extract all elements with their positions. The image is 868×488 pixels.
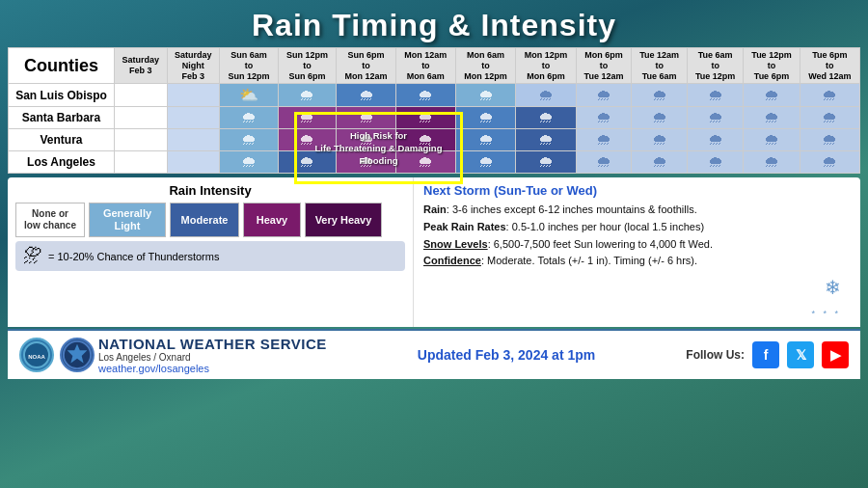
cell: 🌧: [800, 129, 859, 151]
col-mon-6a: Mon 6amtoMon 12pm: [455, 48, 515, 84]
county-slo: San Luis Obispo: [9, 84, 115, 107]
peak-text: : 0.5-1.0 inches per hour (local 1.5 inc…: [506, 221, 704, 232]
col-tue-12p: Tue 12pmtoTue 6pm: [744, 48, 800, 84]
col-sun-6a: Sun 6amtoSun 12pm: [220, 48, 279, 84]
bottom-section: Rain Intensity None orlow chance General…: [8, 177, 860, 326]
cell: 🌧: [220, 107, 279, 129]
cell: 🌧: [688, 107, 744, 129]
cell: 🌧: [576, 107, 632, 129]
conf-text: : Moderate. Totals (+/- 1 in). Timing (+…: [481, 255, 697, 266]
page-title: Rain Timing & Intensity: [0, 8, 868, 43]
cell: 🌧: [455, 107, 515, 129]
cell: 🌧: [337, 129, 396, 151]
thunder-text: = 10-20% Chance of Thunderstorms: [48, 251, 219, 262]
county-la: Los Angeles: [9, 151, 115, 174]
cell: 🌧: [337, 151, 396, 174]
cell: [115, 84, 168, 107]
footer-nws-text: NATIONAL WEATHER SERVICE Los Angeles / O…: [98, 336, 327, 374]
cell: 🌧: [576, 84, 632, 107]
cell: 🌧: [220, 151, 279, 174]
cell: 🌧: [516, 129, 576, 151]
conf-label: Confidence: [423, 255, 481, 266]
cell: 🌧: [516, 151, 576, 174]
cell: ⛅: [220, 84, 279, 107]
cell: 🌧: [688, 151, 744, 174]
cell: [115, 129, 168, 151]
counties-header: Counties: [9, 48, 115, 84]
col-sun-6p: Sun 6pmtoMon 12am: [337, 48, 396, 84]
cell: 🌧: [455, 129, 515, 151]
footer-logos: NOAA: [19, 338, 95, 372]
cell: 🌧: [337, 84, 396, 107]
legend-very-heavy: Very Heavy: [305, 203, 382, 237]
cell: 🌧: [576, 151, 632, 174]
legend-row: None orlow chance GenerallyLight Moderat…: [15, 203, 405, 237]
next-storm-title: Next Storm (Sun-Tue or Wed): [423, 183, 851, 198]
thunder-note: ⛈ = 10-20% Chance of Thunderstorms: [15, 241, 405, 271]
cell: 🌧: [744, 84, 800, 107]
county-sb: Santa Barbara: [9, 107, 115, 129]
cell: 🌧: [632, 151, 688, 174]
footer: NOAA NATIONAL WEATHER SERVICE Los Angele…: [8, 329, 860, 379]
col-sun-12p: Sun 12pmtoSun 6pm: [278, 48, 337, 84]
legend-heavy: Heavy: [243, 203, 301, 237]
info-area: Next Storm (Sun-Tue or Wed) Rain: 3-6 in…: [413, 177, 860, 326]
col-mon-12a: Mon 12amtoMon 6am: [395, 48, 455, 84]
legend-none: None orlow chance: [15, 203, 85, 237]
cell: 🌧: [688, 84, 744, 107]
table-area: Counties SaturdayFeb 3 SaturdayNightFeb …: [8, 47, 860, 174]
cell: [167, 84, 220, 107]
peak-label: Peak Rain Rates: [423, 221, 506, 232]
nws-website[interactable]: weather.gov/losangeles: [98, 363, 327, 374]
col-sat: SaturdayFeb 3: [115, 48, 168, 84]
cell: 🌧: [800, 84, 859, 107]
snow-text: : 6,500-7,500 feet Sun lowering to 4,000…: [488, 238, 713, 250]
table-row: Los Angeles 🌧 🌧 🌧 🌧 🌧 🌧 🌧 🌧 🌧 🌧 🌧: [9, 151, 860, 174]
info-text: Rain: 3-6 inches except 6-12 inches moun…: [423, 202, 851, 269]
cell: 🌧: [278, 151, 337, 174]
nws-sub: Los Angeles / Oxnard: [98, 352, 327, 363]
col-tue-12a: Tue 12amtoTue 6am: [632, 48, 688, 84]
rain-table: Counties SaturdayFeb 3 SaturdayNightFeb …: [8, 47, 860, 174]
table-row: San Luis Obispo ⛅ 🌧 🌧 🌧 🌧 🌧 🌧 🌧 🌧 🌧 🌧: [9, 84, 860, 107]
twitter-icon[interactable]: 𝕏: [787, 341, 814, 368]
noaa-logo: NOAA: [19, 338, 54, 372]
cell: 🌧: [455, 151, 515, 174]
cell: 🌧: [800, 151, 859, 174]
cell: [115, 151, 168, 174]
footer-right: Follow Us: f 𝕏 ▶: [686, 341, 849, 368]
legend-area: Rain Intensity None orlow chance General…: [8, 177, 413, 326]
rain-label: Rain: [423, 203, 447, 215]
cell: 🌧: [395, 84, 455, 107]
main-container: Rain Timing & Intensity Counties Saturda…: [0, 0, 868, 488]
cell: 🌧: [516, 107, 576, 129]
footer-updated: Updated Feb 3, 2024 at 1pm: [327, 347, 687, 363]
nws-title: NATIONAL WEATHER SERVICE: [98, 336, 327, 352]
county-ventura: Ventura: [9, 129, 115, 151]
cell: 🌧: [632, 84, 688, 107]
title-bar: Rain Timing & Intensity: [0, 0, 868, 47]
cell: 🌧: [632, 107, 688, 129]
cell: 🌧: [278, 129, 337, 151]
nws-logo: [60, 338, 95, 372]
cell: [167, 129, 220, 151]
cell: 🌧: [220, 129, 279, 151]
cell: 🌧: [516, 84, 576, 107]
legend-title: Rain Intensity: [15, 183, 405, 198]
cell-high-risk-end: 🌧: [395, 107, 455, 129]
col-tue-6a: Tue 6amtoTue 12pm: [688, 48, 744, 84]
youtube-icon[interactable]: ▶: [822, 341, 849, 368]
cell: 🌧: [688, 129, 744, 151]
cell: 🌧: [395, 129, 455, 151]
col-mon-6p: Mon 6pmtoTue 12am: [576, 48, 632, 84]
legend-moderate: Moderate: [170, 203, 239, 237]
cell: 🌧: [576, 129, 632, 151]
cell: 🌧: [395, 151, 455, 174]
snow-label: Snow Levels: [423, 238, 488, 250]
cell: 🌧: [800, 107, 859, 129]
table-row: Ventura 🌧 🌧 🌧 🌧 🌧 🌧 🌧 🌧 🌧 🌧 🌧: [9, 129, 860, 151]
follow-us-label: Follow Us:: [686, 348, 745, 362]
facebook-icon[interactable]: f: [752, 341, 779, 368]
cell: 🌧: [744, 107, 800, 129]
cell-high-risk: 🌧: [337, 107, 396, 129]
